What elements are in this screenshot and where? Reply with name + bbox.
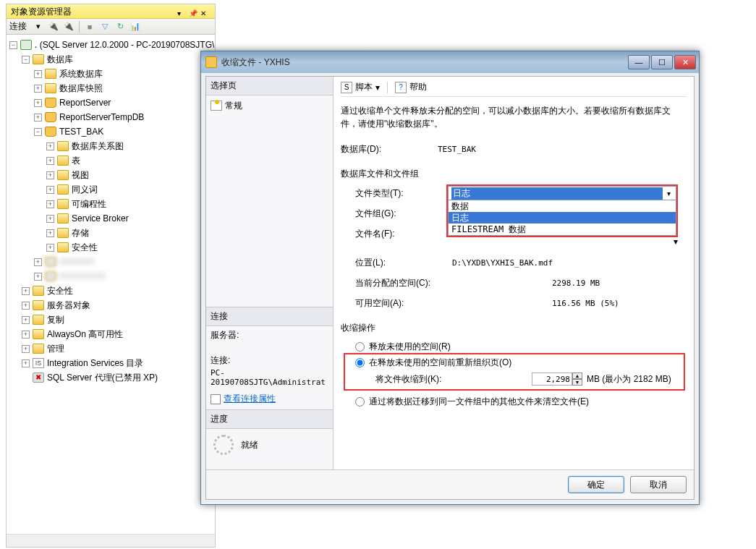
help-link[interactable]: 帮助 [409, 81, 427, 93]
file-type-option[interactable]: 数据 [449, 200, 676, 212]
properties-icon [211, 394, 221, 404]
database-value: TEST_BAK [438, 145, 476, 154]
folder-icon [45, 69, 56, 79]
chevron-down-icon: ▾ [663, 190, 674, 197]
refresh-icon[interactable]: ↻ [114, 20, 127, 33]
tree-databases[interactable]: −数据库 [9, 52, 215, 67]
server-value [211, 343, 328, 353]
dialog-left-pane: 选择页 常规 连接 服务器: 连接: PC-20190708SJTG\Admin… [206, 77, 334, 469]
file-type-label: 文件类型(T): [341, 187, 452, 200]
description-text: 通过收缩单个文件释放未分配的空间，可以减小数据库的大小。若要收缩所有数据库文件，… [341, 104, 687, 130]
filegroup-section-label: 数据库文件和文件组 [341, 168, 687, 180]
tree-item[interactable]: +ReportServerTempDB [9, 110, 215, 124]
disconnect-icon[interactable]: 🔌 [62, 20, 75, 33]
database-icon [45, 127, 56, 137]
folder-icon [57, 199, 69, 209]
file-type-option[interactable]: 日志 [449, 212, 676, 224]
dialog-right-pane: S 脚本 ▾ ? 帮助 通过收缩单个文件释放未分配的空间，可以减小数据库的大小。… [334, 77, 694, 469]
tree-item[interactable]: +同义词 [9, 182, 215, 197]
tree-item[interactable]: +系统数据库 [9, 67, 215, 81]
folder-icon [33, 54, 44, 64]
tree-item[interactable]: +表 [9, 153, 215, 168]
minimize-button[interactable]: — [628, 55, 650, 69]
dialog-title: 收缩文件 - YXHIS [221, 56, 627, 69]
shrink-option-release[interactable]: 释放未使用的空间(R) [341, 339, 687, 354]
radio-release-unused[interactable] [355, 342, 365, 352]
connect-icon[interactable]: 🔌 [47, 20, 60, 33]
dropdown-icon[interactable]: ▾ [32, 20, 45, 33]
package-icon: IS [33, 358, 44, 368]
tree-item[interactable]: +ReportServer [9, 95, 215, 110]
tree-item[interactable]: +Service Broker [9, 211, 215, 226]
location-value: D:\YXDB\YXHIS_BAK.mdf [452, 258, 553, 268]
dropdown-icon[interactable]: ▾ [375, 82, 380, 93]
dialog-titlebar[interactable]: 收缩文件 - YXHIS — ☐ ✕ [201, 51, 699, 73]
connection-label: 连接: [211, 354, 328, 367]
cancel-button[interactable]: 取消 [630, 476, 687, 493]
stop-icon[interactable]: ■ [83, 20, 96, 33]
dialog-body: 选择页 常规 连接 服务器: 连接: PC-20190708SJTG\Admin… [205, 76, 695, 500]
shrink-option-empty[interactable]: 通过将数据迁移到同一文件组中的其他文件来清空文件(E) [341, 393, 687, 409]
file-type-select[interactable]: 日志 ▾ [448, 186, 676, 200]
horizontal-scrollbar[interactable] [7, 534, 215, 547]
connect-label[interactable]: 连接 [9, 20, 27, 33]
progress-status: 就绪 [241, 439, 258, 451]
tree-item[interactable]: +数据库快照 [9, 81, 215, 95]
tree-item[interactable]: +管理 [9, 341, 215, 356]
script-icon[interactable]: S [341, 82, 352, 93]
folder-icon [57, 228, 69, 238]
filename-select-arrow[interactable]: ▾ [674, 237, 678, 247]
tree-sql-agent[interactable]: ✖SQL Server 代理(已禁用 XP) [9, 370, 215, 385]
tree-item[interactable]: +复制 [9, 312, 215, 327]
file-type-options-list: 数据 日志 FILESTREAM 数据 [448, 200, 676, 236]
ok-button[interactable]: 确定 [568, 476, 624, 493]
tree-item[interactable]: +AlwaysOn 高可用性 [9, 327, 215, 341]
tree-item-redacted[interactable]: +XXXXXX [9, 255, 215, 269]
folder-icon [57, 184, 69, 195]
file-type-selected: 日志 [451, 187, 663, 200]
tree-item[interactable]: +视图 [9, 168, 215, 182]
filter-icon[interactable]: ▽ [98, 20, 111, 33]
help-icon[interactable]: ? [395, 82, 407, 93]
close-button[interactable]: ✕ [674, 55, 696, 69]
tree-item[interactable]: +可编程性 [9, 197, 215, 211]
tree-item[interactable]: +数据库关系图 [9, 139, 215, 153]
folder-icon [33, 286, 44, 296]
tree-item-testbak[interactable]: −TEST_BAK [9, 124, 215, 139]
server-label: 服务器: [211, 329, 328, 341]
shrink-file-dialog: 收缩文件 - YXHIS — ☐ ✕ 选择页 常规 连接 服务器: 连接: PC… [200, 51, 700, 505]
folder-icon [57, 170, 69, 180]
folder-icon [57, 213, 69, 224]
connection-header: 连接 [206, 307, 333, 326]
nav-general[interactable]: 常规 [211, 98, 328, 113]
tree-item[interactable]: +安全性 [9, 284, 215, 298]
progress-spinner-icon [213, 435, 234, 455]
activity-icon[interactable]: 📊 [129, 20, 142, 33]
close-panel-icon[interactable]: ✕ [200, 7, 211, 17]
database-icon [45, 98, 56, 108]
file-type-option[interactable]: FILESTREAM 数据 [449, 224, 676, 235]
folder-icon [33, 300, 44, 310]
script-dropdown[interactable]: 脚本 [355, 81, 373, 93]
object-tree: −. (SQL Server 12.0.2000 - PC-20190708SJ… [7, 35, 215, 388]
tree-item[interactable]: +存储 [9, 226, 215, 240]
tree-item-redacted[interactable]: +XXXXXXXX [9, 269, 215, 284]
folder-icon [57, 156, 69, 166]
available-space-value: 116.56 MB (5%) [552, 299, 619, 308]
tree-item[interactable]: +服务器对象 [9, 298, 215, 312]
folder-icon [33, 344, 44, 354]
tree-item[interactable]: +ISIntegration Services 目录 [9, 356, 215, 370]
tree-root[interactable]: −. (SQL Server 12.0.2000 - PC-20190708SJ… [9, 38, 215, 52]
database-icon [45, 257, 56, 267]
object-explorer-panel: 对象资源管理器 ▾ 📌 ✕ 连接 ▾ 🔌 🔌 ■ ▽ ↻ 📊 −. (SQL S… [6, 4, 216, 548]
radio-empty-file[interactable] [355, 397, 365, 407]
autohide-icon[interactable]: 📌 [189, 7, 199, 17]
page-icon [211, 101, 222, 111]
view-connection-props-link[interactable]: 查看连接属性 [224, 393, 276, 405]
maximize-button[interactable]: ☐ [651, 55, 673, 69]
folder-icon [33, 329, 44, 339]
pin-icon[interactable]: ▾ [177, 7, 187, 17]
agent-icon: ✖ [33, 373, 44, 383]
tree-item[interactable]: +安全性 [9, 240, 215, 255]
server-icon [20, 40, 32, 50]
